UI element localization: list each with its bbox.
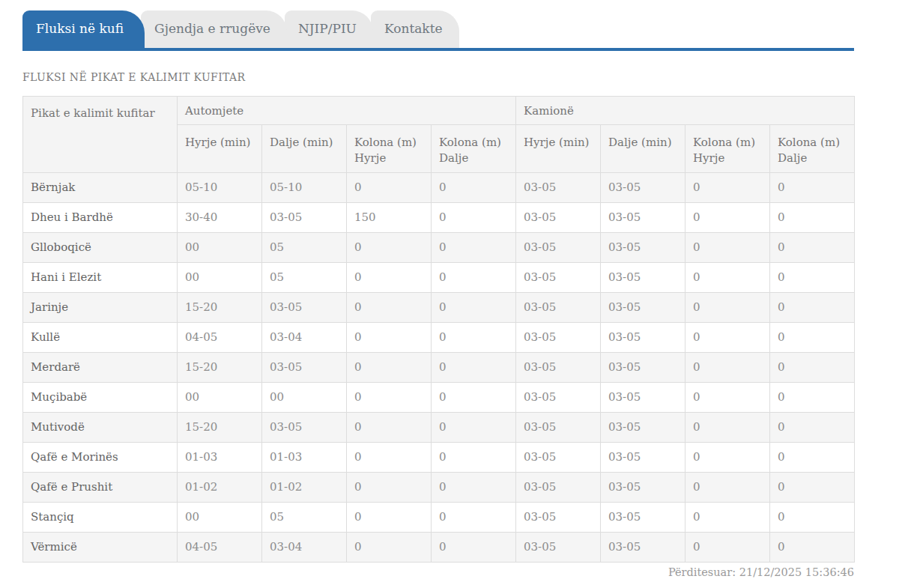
automjete-kolona-hyrje-cell: 0: [347, 263, 432, 293]
col-header-crossing-points: Pikat e kalimit kufitar: [23, 97, 178, 173]
kamione-kolona-hyrje-cell: 0: [685, 233, 770, 263]
kamione-kolona-dalje-cell: 0: [770, 383, 855, 413]
kamione-kolona-dalje-cell: 0: [770, 263, 855, 293]
kamione-kolona-dalje-cell: 0: [770, 233, 855, 263]
kamione-hyrje-cell: 03-05: [516, 263, 601, 293]
automjete-kolona-dalje-cell: 0: [432, 473, 516, 503]
crossing-name-cell: Bërnjak: [23, 173, 178, 203]
automjete-hyrje-cell: 01-03: [178, 443, 262, 473]
table-row: Merdarë 15-20 03-05 0 0 03-05 03-05 0 0: [23, 353, 855, 383]
crossing-name-cell: Vërmicë: [23, 533, 178, 563]
crossing-name-cell: Stançiq: [23, 503, 178, 533]
crossing-name-cell: Mutivodë: [23, 413, 178, 443]
tab-fluksi-ne-kufi[interactable]: Fluksi në kufi: [22, 10, 145, 48]
automjete-dalje-cell: 05: [262, 263, 347, 293]
tab-bar: Fluksi në kufi Gjendja e rrugëve NJIP/PI…: [22, 10, 854, 51]
table-row: Stançiq 00 05 0 0 03-05 03-05 0 0: [23, 503, 855, 533]
automjete-kolona-dalje-cell: 0: [432, 173, 516, 203]
crossing-name-cell: Kullë: [23, 323, 178, 353]
automjete-kolona-dalje-cell: 0: [432, 233, 516, 263]
kamione-kolona-dalje-cell: 0: [770, 533, 855, 563]
kamione-hyrje-cell: 03-05: [516, 503, 601, 533]
kamione-kolona-hyrje-cell: 0: [685, 443, 770, 473]
crossing-name-cell: Qafë e Morinës: [23, 443, 178, 473]
kamione-dalje-cell: 03-05: [601, 533, 685, 563]
table-row: Qafë e Morinës 01-03 01-03 0 0 03-05 03-…: [23, 443, 855, 473]
kamione-dalje-cell: 03-05: [601, 293, 685, 323]
table-row: Dheu i Bardhë 30-40 03-05 150 0 03-05 03…: [23, 203, 855, 233]
crossing-name-cell: Dheu i Bardhë: [23, 203, 178, 233]
kamione-hyrje-cell: 03-05: [516, 383, 601, 413]
kamione-kolona-hyrje-cell: 0: [685, 383, 770, 413]
kamione-dalje-cell: 03-05: [601, 443, 685, 473]
automjete-kolona-hyrje-cell: 0: [347, 533, 432, 563]
kamione-hyrje-cell: 03-05: [516, 353, 601, 383]
table-row: Kullë 04-05 03-04 0 0 03-05 03-05 0 0: [23, 323, 855, 353]
automjete-hyrje-cell: 00: [178, 263, 262, 293]
col-header-automjete-kolona-hyrje: Kolona (m) Hyrje: [347, 125, 432, 173]
automjete-kolona-dalje-cell: 0: [432, 263, 516, 293]
automjete-hyrje-cell: 15-20: [178, 413, 262, 443]
automjete-dalje-cell: 03-04: [262, 533, 347, 563]
automjete-kolona-dalje-cell: 0: [432, 323, 516, 353]
automjete-kolona-hyrje-cell: 0: [347, 353, 432, 383]
automjete-dalje-cell: 03-05: [262, 293, 347, 323]
table-row: Glloboqicë 00 05 0 0 03-05 03-05 0 0: [23, 233, 855, 263]
kamione-dalje-cell: 03-05: [601, 173, 685, 203]
automjete-kolona-dalje-cell: 0: [432, 443, 516, 473]
automjete-kolona-dalje-cell: 0: [432, 503, 516, 533]
kamione-dalje-cell: 03-05: [601, 353, 685, 383]
automjete-kolona-dalje-cell: 0: [432, 533, 516, 563]
col-group-automjete: Automjete: [178, 97, 516, 125]
crossing-name-cell: Qafë e Prushit: [23, 473, 178, 503]
kamione-hyrje-cell: 03-05: [516, 203, 601, 233]
crossing-name-cell: Muçibabë: [23, 383, 178, 413]
automjete-kolona-dalje-cell: 0: [432, 383, 516, 413]
kamione-hyrje-cell: 03-05: [516, 293, 601, 323]
col-header-kamione-hyrje: Hyrje (min): [516, 125, 601, 173]
automjete-dalje-cell: 03-05: [262, 413, 347, 443]
automjete-kolona-hyrje-cell: 0: [347, 413, 432, 443]
automjete-kolona-hyrje-cell: 150: [347, 203, 432, 233]
automjete-hyrje-cell: 15-20: [178, 293, 262, 323]
automjete-kolona-hyrje-cell: 0: [347, 173, 432, 203]
table-body: Bërnjak 05-10 05-10 0 0 03-05 03-05 0 0 …: [23, 173, 855, 563]
automjete-kolona-hyrje-cell: 0: [347, 323, 432, 353]
tab-kontakte[interactable]: Kontakte: [371, 10, 459, 48]
automjete-dalje-cell: 01-03: [262, 443, 347, 473]
kamione-kolona-dalje-cell: 0: [770, 443, 855, 473]
automjete-dalje-cell: 03-05: [262, 203, 347, 233]
automjete-hyrje-cell: 04-05: [178, 533, 262, 563]
tab-njip-piu[interactable]: NJIP/PIU: [285, 10, 373, 48]
automjete-hyrje-cell: 04-05: [178, 323, 262, 353]
crossing-name-cell: Glloboqicë: [23, 233, 178, 263]
col-header-automjete-dalje: Dalje (min): [262, 125, 347, 173]
table-row: Jarinje 15-20 03-05 0 0 03-05 03-05 0 0: [23, 293, 855, 323]
tab-gjendja-e-rrugeve[interactable]: Gjendja e rrugëve: [141, 10, 287, 48]
col-header-kamione-kolona-hyrje: Kolona (m) Hyrje: [685, 125, 770, 173]
kamione-hyrje-cell: 03-05: [516, 443, 601, 473]
table-row: Bërnjak 05-10 05-10 0 0 03-05 03-05 0 0: [23, 173, 855, 203]
automjete-kolona-dalje-cell: 0: [432, 203, 516, 233]
automjete-kolona-dalje-cell: 0: [432, 293, 516, 323]
kamione-kolona-hyrje-cell: 0: [685, 173, 770, 203]
kamione-dalje-cell: 03-05: [601, 323, 685, 353]
automjete-kolona-hyrje-cell: 0: [347, 233, 432, 263]
automjete-kolona-hyrje-cell: 0: [347, 503, 432, 533]
automjete-dalje-cell: 05: [262, 503, 347, 533]
kamione-kolona-hyrje-cell: 0: [685, 473, 770, 503]
crossing-name-cell: Merdarë: [23, 353, 178, 383]
kamione-hyrje-cell: 03-05: [516, 323, 601, 353]
page-title: FLUKSI NË PIKAT E KALIMIT KUFITAR: [22, 71, 854, 83]
automjete-hyrje-cell: 05-10: [178, 173, 262, 203]
col-header-kamione-kolona-dalje: Kolona (m) Dalje: [770, 125, 855, 173]
automjete-hyrje-cell: 30-40: [178, 203, 262, 233]
kamione-kolona-dalje-cell: 0: [770, 473, 855, 503]
kamione-dalje-cell: 03-05: [601, 203, 685, 233]
automjete-kolona-hyrje-cell: 0: [347, 383, 432, 413]
crossing-name-cell: Hani i Elezit: [23, 263, 178, 293]
kamione-dalje-cell: 03-05: [601, 263, 685, 293]
kamione-kolona-hyrje-cell: 0: [685, 293, 770, 323]
tab-label: Fluksi në kufi: [36, 21, 124, 36]
kamione-kolona-hyrje-cell: 0: [685, 203, 770, 233]
